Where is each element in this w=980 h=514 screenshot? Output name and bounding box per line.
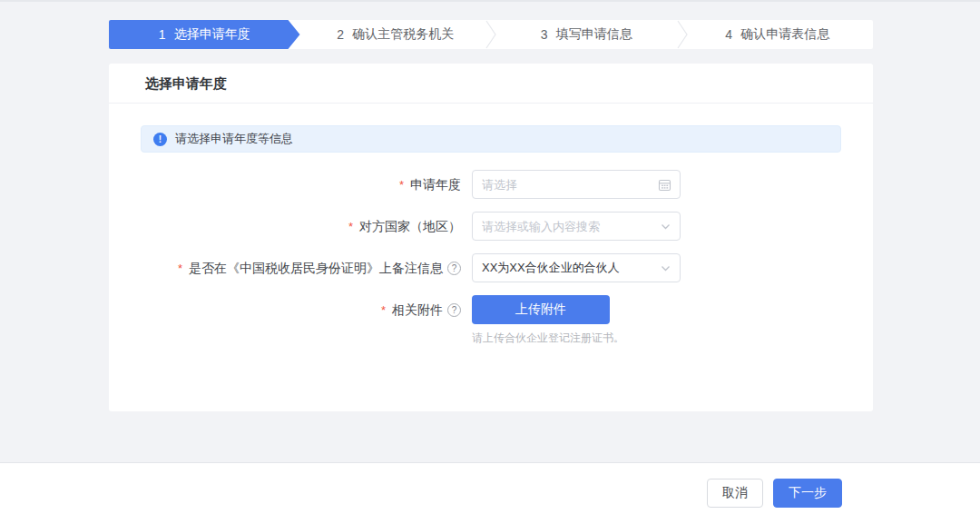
year-input[interactable] [482, 178, 658, 192]
step-number: 2 [337, 27, 344, 42]
step-4-confirm-form-info[interactable]: 4 确认申请表信息 [682, 20, 874, 49]
country-search-input[interactable] [482, 220, 660, 233]
application-form: * 申请年度 [109, 170, 873, 346]
step-number: 4 [725, 27, 732, 42]
remark-selected-value: XX为XX合伙企业的合伙人 [482, 260, 660, 276]
next-step-button[interactable]: 下一步 [773, 479, 842, 508]
required-mark: * [178, 254, 182, 283]
panel-title: 选择申请年度 [109, 64, 873, 104]
step-label: 填写申请信息 [556, 26, 632, 43]
select-year-panel: 选择申请年度 ! 请选择申请年度等信息 * 申请年度 [109, 64, 873, 411]
required-mark: * [348, 213, 353, 242]
remark-select[interactable]: XX为XX合伙企业的合伙人 [472, 253, 681, 282]
step-number: 1 [159, 27, 166, 42]
attachment-help-icon[interactable]: ? [447, 303, 461, 317]
step-label: 确认主管税务机关 [352, 26, 454, 43]
form-row-year: * 申请年度 [109, 170, 873, 199]
chevron-down-icon [660, 262, 671, 274]
step-label: 确认申请表信息 [740, 26, 829, 43]
wizard-stepper: 1 选择申请年度 2 确认主管税务机关 3 填写申请信息 4 确认申请表信息 [109, 20, 873, 49]
year-field-label: * 申请年度 [109, 170, 472, 199]
step-separator-chevron-icon [677, 20, 688, 49]
cancel-button[interactable]: 取消 [707, 479, 763, 508]
remark-field-label: * 是否在《中国税收居民身份证明》上备注信息 ? [109, 253, 472, 282]
calendar-icon[interactable] [658, 178, 671, 192]
country-field-label: * 对方国家（地区） [109, 212, 472, 241]
upload-hint: 请上传合伙企业登记注册证书。 [472, 331, 624, 346]
upload-attachment-button[interactable]: 上传附件 [472, 295, 610, 324]
remark-help-icon[interactable]: ? [447, 262, 461, 275]
required-mark: * [399, 171, 404, 200]
form-row-attachment: * 相关附件 ? 上传附件 请上传合伙企业登记注册证书。 [109, 295, 873, 346]
info-banner-text: 请选择申请年度等信息 [175, 131, 293, 147]
step-separator-chevron-icon [485, 20, 496, 49]
info-icon: ! [153, 133, 167, 146]
country-select[interactable] [472, 212, 681, 241]
required-mark: * [381, 296, 386, 325]
step-2-confirm-tax-authority[interactable]: 2 确认主管税务机关 [300, 20, 492, 49]
step-1-select-year[interactable]: 1 选择申请年度 [109, 20, 300, 49]
info-banner: ! 请选择申请年度等信息 [141, 125, 841, 153]
attachment-field-label: * 相关附件 ? [109, 295, 472, 324]
footer-action-bar: 取消 下一步 [0, 462, 980, 514]
year-picker[interactable] [472, 170, 681, 199]
form-row-remark: * 是否在《中国税收居民身份证明》上备注信息 ? XX为XX合伙企业的合伙人 [109, 253, 873, 282]
step-label: 选择申请年度 [174, 26, 250, 43]
step-3-fill-application[interactable]: 3 填写申请信息 [491, 20, 682, 49]
form-row-country: * 对方国家（地区） [109, 212, 873, 241]
chevron-down-icon [660, 221, 671, 232]
step-number: 3 [541, 27, 548, 42]
